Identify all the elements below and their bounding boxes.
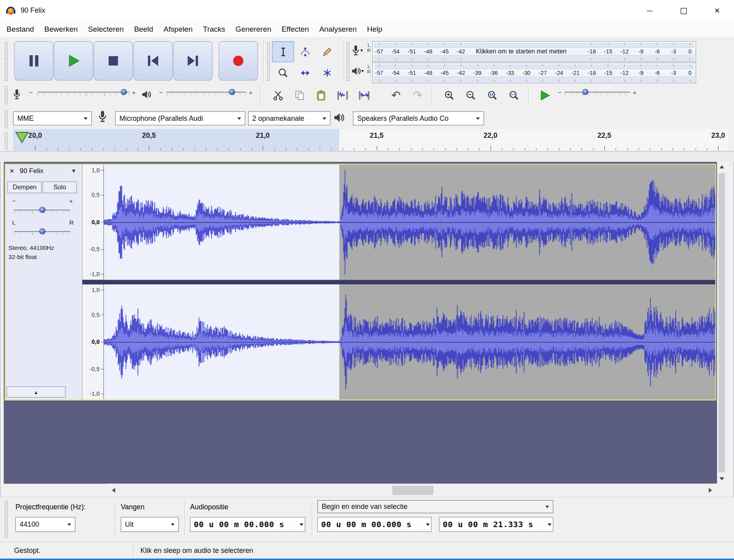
time-format-dropdown-icon[interactable] <box>548 524 551 526</box>
scroll-left-button[interactable] <box>107 484 120 497</box>
meter-tick <box>624 58 625 60</box>
maximize-button[interactable] <box>667 0 700 21</box>
minimize-button[interactable] <box>633 0 667 21</box>
tools-toolbar-grip[interactable] <box>266 41 270 82</box>
scroll-up-button[interactable] <box>717 162 726 171</box>
timeline-tick <box>456 148 457 150</box>
zoom-out-button[interactable] <box>461 86 481 105</box>
selection-end-field[interactable]: 00 u 00 m 21.333 s <box>439 517 553 532</box>
record-button[interactable] <box>219 41 258 80</box>
gain-thumb[interactable] <box>39 207 45 213</box>
paste-button[interactable] <box>311 86 331 105</box>
skip-to-start-button[interactable] <box>134 41 173 80</box>
selection-mode-select[interactable]: Begin en einde van selectie <box>317 500 553 513</box>
input-channels-select[interactable]: 2 opnamekanale <box>248 111 331 125</box>
menu-item-help[interactable]: Help <box>362 21 388 37</box>
menu-item-bewerken[interactable]: Bewerken <box>39 21 83 37</box>
zoom-to-project-button[interactable] <box>504 86 524 105</box>
collapse-track-button[interactable]: ▲ <box>7 387 66 398</box>
time-format-dropdown-icon[interactable] <box>300 524 303 526</box>
play-speed-slider[interactable] <box>564 88 630 96</box>
waveform-channel-2[interactable] <box>104 284 715 400</box>
stop-button[interactable] <box>94 41 133 80</box>
undo-button[interactable]: ↶ <box>386 86 406 105</box>
vertical-ruler-channel-1[interactable]: 1,00,50,0-0,5-1,0 <box>82 165 104 280</box>
horizontal-scrollbar[interactable] <box>107 484 717 497</box>
cut-button[interactable] <box>268 86 289 105</box>
timeshift-tool-button[interactable] <box>294 62 316 83</box>
selection-start-field[interactable]: 00 u 00 m 00.000 s <box>317 517 432 532</box>
timeline-ruler[interactable]: 20,020,521,021,522,022,523,0 <box>0 129 734 152</box>
stop-icon <box>106 53 121 69</box>
draw-tool-button[interactable] <box>316 41 338 62</box>
record-meter-mic-icon[interactable] <box>352 45 359 58</box>
redo-button: ↷ <box>407 86 428 105</box>
mute-button[interactable]: Dempen <box>8 181 42 193</box>
envelope-tool-button[interactable] <box>294 41 316 62</box>
host-select[interactable]: MME <box>13 111 92 125</box>
playback-meter-speaker-icon[interactable] <box>351 67 361 78</box>
menu-item-bestand[interactable]: Bestand <box>2 21 39 37</box>
output-volume-thumb[interactable] <box>229 89 235 95</box>
menu-item-afspelen[interactable]: Afspelen <box>159 21 198 37</box>
record-meter-dropdown-icon[interactable]: ▾ <box>360 48 363 53</box>
output-volume-slider[interactable] <box>166 88 246 96</box>
input-volume-thumb[interactable] <box>121 89 127 95</box>
input-volume-slider[interactable] <box>37 88 129 96</box>
scroll-right-button[interactable] <box>704 484 717 497</box>
playhead-triangle-icon[interactable] <box>15 131 29 144</box>
trim-button[interactable] <box>333 86 353 105</box>
track-menu-dropdown-icon[interactable]: ▼ <box>71 168 76 173</box>
playback-meter-dropdown-icon[interactable]: ▾ <box>361 68 364 73</box>
play-speed-thumb[interactable] <box>582 89 588 95</box>
scroll-down-button[interactable] <box>717 474 726 484</box>
copy-button[interactable] <box>289 86 310 105</box>
menu-item-genereren[interactable]: Genereren <box>230 21 276 37</box>
silence-button[interactable] <box>354 86 375 105</box>
zoom-to-selection-button[interactable] <box>482 86 503 105</box>
timeline-tick <box>707 148 707 150</box>
vertical-ruler-channel-2[interactable]: 1,00,50,0-0,5-1,0 <box>82 284 104 400</box>
skip-to-end-button[interactable] <box>173 41 212 80</box>
pan-slider[interactable] <box>14 227 70 235</box>
track-title[interactable]: 90 Felix <box>20 167 44 175</box>
device-toolbar-grip[interactable] <box>4 109 8 128</box>
mixer-toolbar-grip[interactable] <box>4 85 8 106</box>
close-button[interactable]: ✕ <box>700 0 734 21</box>
waveform-channel-1[interactable] <box>104 165 715 280</box>
timeline-grabber[interactable] <box>4 131 8 150</box>
zoom-tool-button[interactable] <box>272 62 294 83</box>
vertical-scrollbar[interactable] <box>717 162 726 484</box>
pan-thumb[interactable] <box>39 228 45 234</box>
input-device-select[interactable]: Microphone (Parallels Audi <box>115 111 245 125</box>
menu-item-beeld[interactable]: Beeld <box>129 21 158 37</box>
pause-button[interactable] <box>14 41 53 80</box>
gain-slider[interactable] <box>14 206 70 214</box>
zoom-in-button[interactable] <box>439 86 460 105</box>
play-button[interactable] <box>54 41 93 80</box>
menu-item-tracks[interactable]: Tracks <box>198 21 230 37</box>
multi-tool-button[interactable] <box>316 62 338 83</box>
playback-meter[interactable]: -57-54-51-48-45-42-39-36-33-30-27-24-21-… <box>372 63 696 83</box>
recording-meter[interactable]: -57-54-51-48-45-42-18-15-12-9-6-30Klikke… <box>372 41 696 62</box>
time-format-dropdown-icon[interactable] <box>426 524 430 526</box>
timeline-scale[interactable]: 20,020,521,021,522,022,523,0 <box>13 129 728 150</box>
output-device-select[interactable]: Speakers (Parallels Audio Co <box>353 111 484 125</box>
audio-position-field[interactable]: 00 u 00 m 00.000 s <box>190 517 306 532</box>
track-close-button[interactable]: ✕ <box>10 168 15 175</box>
vertical-scroll-thumb[interactable] <box>719 173 725 472</box>
project-rate-select[interactable]: 44100 <box>15 517 75 532</box>
menu-item-selecteren[interactable]: Selecteren <box>83 21 129 37</box>
track-control-panel[interactable]: ✕ 90 Felix ▼ Dempen Solo − + L R Stereo,… <box>6 165 82 400</box>
timeline-tick <box>342 148 343 150</box>
horizontal-scroll-thumb[interactable] <box>392 486 434 495</box>
transport-toolbar-grip[interactable] <box>4 41 8 82</box>
selection-toolbar-grip[interactable] <box>4 500 8 539</box>
play-at-speed-button[interactable] <box>533 86 556 105</box>
selection-tool-button[interactable] <box>272 41 294 62</box>
menu-item-effecten[interactable]: Effecten <box>276 21 314 37</box>
meter-toolbar-grip[interactable] <box>346 41 350 82</box>
menu-item-analyseren[interactable]: Analyseren <box>314 21 362 37</box>
solo-button[interactable]: Solo <box>42 181 76 193</box>
snap-to-select[interactable]: Uit <box>121 517 179 532</box>
